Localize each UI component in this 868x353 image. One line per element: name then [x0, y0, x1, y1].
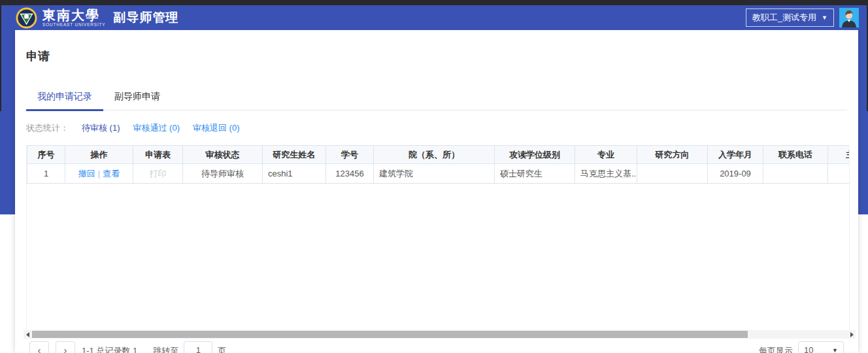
page-number-input[interactable]: [184, 341, 212, 353]
column-header: 院（系、所）: [374, 146, 495, 164]
chevron-down-icon: ▼: [822, 14, 827, 21]
tab-bar: 我的申请记录 副导师申请: [26, 86, 847, 110]
table-cell: 待导师审核: [183, 164, 263, 184]
records-summary: 1-1 总记录数 1: [82, 341, 137, 353]
column-header: 研究方向: [637, 146, 708, 164]
app-title: 副导师管理: [113, 9, 178, 26]
tab-my-application-records[interactable]: 我的申请记录: [26, 86, 103, 110]
table-row: 1撤回|查看打印待导师审核ceshi1123456建筑学院硕士研究生马克思主义基…: [27, 164, 850, 184]
column-header: 操作: [65, 146, 133, 164]
applications-table-container: 序号操作申请表审核状态研究生姓名学号院（系、所）攻读学位级别专业研究方向入学年月…: [26, 145, 850, 330]
column-header: 专业: [575, 146, 637, 164]
window-top-edge: [0, 0, 868, 5]
horizontal-scrollbar[interactable]: [24, 330, 856, 339]
print-action-disabled: 打印: [150, 169, 167, 178]
column-header: 审核状态: [183, 146, 263, 164]
column-header: 申请表: [133, 146, 183, 164]
column-header: 学号: [326, 146, 374, 164]
table-cell: [763, 164, 828, 184]
chevron-down-icon: ▼: [832, 347, 838, 353]
status-link-pending[interactable]: 待审核 (1): [82, 122, 120, 134]
column-header: 序号: [27, 146, 65, 164]
column-header: 联系电话: [763, 146, 828, 164]
user-menu-label: 教职工_测试专用: [752, 12, 816, 24]
column-header: 研究生姓名: [263, 146, 326, 164]
prev-page-button[interactable]: ‹: [29, 341, 49, 353]
table-header-row: 序号操作申请表审核状态研究生姓名学号院（系、所）攻读学位级别专业研究方向入学年月…: [27, 146, 850, 164]
scrollbar-thumb[interactable]: [32, 331, 748, 338]
view-link[interactable]: 查看: [103, 169, 120, 178]
tab-assistant-supervisor-application[interactable]: 副导师申请: [103, 86, 171, 110]
status-link-approved[interactable]: 审核通过 (0): [133, 122, 180, 134]
table-cell: [637, 164, 708, 184]
table-cell: 123456: [326, 164, 374, 184]
university-brand: 東南大學 SOUTHEAST UNIVERSITY: [42, 8, 105, 27]
table-cell: 马克思主义基...: [575, 164, 637, 184]
table-cell: 建筑学院: [374, 164, 495, 184]
university-name: 東南大學: [42, 8, 105, 22]
jump-label: 跳转至: [153, 341, 178, 353]
jump-to-page: 跳转至 页: [153, 341, 226, 353]
per-page-control: 每页显示 10 ▼: [759, 341, 844, 353]
status-statistics-label: 状态统计：: [26, 122, 69, 134]
window-left-edge: [0, 0, 1, 111]
table-cell: 1: [27, 164, 65, 184]
status-link-returned[interactable]: 审核退回 (0): [193, 122, 240, 134]
table-cell: 打印: [133, 164, 183, 184]
next-page-button[interactable]: ›: [56, 341, 75, 353]
jump-suffix: 页: [218, 341, 226, 353]
scroll-left-arrow-icon[interactable]: [24, 330, 31, 339]
status-statistics: 状态统计： 待审核 (1) 审核通过 (0) 审核退回 (0): [26, 122, 240, 134]
link-separator: |: [98, 169, 100, 178]
per-page-label: 每页显示: [759, 341, 793, 353]
content-card: 申请 我的申请记录 副导师申请 状态统计： 待审核 (1) 审核通过 (0) 审…: [15, 30, 858, 353]
table-cell: 2019-09: [708, 164, 763, 184]
column-header: 入学年月: [708, 146, 763, 164]
applications-table: 序号操作申请表审核状态研究生姓名学号院（系、所）攻读学位级别专业研究方向入学年月…: [27, 145, 850, 184]
table-cell: 撤回|查看: [65, 164, 133, 184]
pagination-bar: ‹ › 1-1 总记录数 1 跳转至 页 每页显示 10 ▼: [15, 340, 858, 353]
withdraw-link[interactable]: 撤回: [78, 169, 95, 178]
app-header: 東南大學 SOUTHEAST UNIVERSITY 副导师管理 教职工_测试专用…: [0, 5, 868, 30]
table-cell: 硕士研究生: [495, 164, 575, 184]
avatar[interactable]: [839, 8, 859, 27]
table-cell: ceshi1: [263, 164, 326, 184]
page-title: 申请: [26, 48, 50, 64]
user-menu-button[interactable]: 教职工_测试专用 ▼: [746, 8, 834, 27]
scroll-right-arrow-icon[interactable]: [848, 330, 856, 339]
per-page-value: 10: [804, 345, 813, 353]
university-name-en: SOUTHEAST UNIVERSITY: [42, 23, 105, 27]
table-body: 1撤回|查看打印待导师审核ceshi1123456建筑学院硕士研究生马克思主义基…: [27, 164, 850, 184]
table-cell: [828, 164, 850, 184]
column-header: 攻读学位级别: [495, 146, 575, 164]
university-logo-icon: [16, 7, 37, 29]
column-header: 主导师姓名: [828, 146, 850, 164]
per-page-select[interactable]: 10 ▼: [798, 341, 844, 353]
